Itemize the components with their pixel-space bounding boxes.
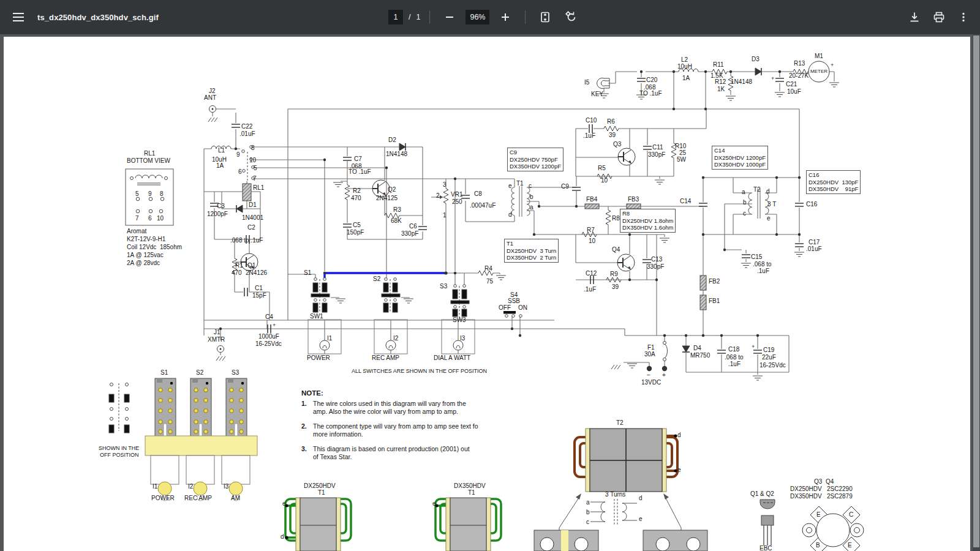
schematic-label: FB2 <box>709 279 720 285</box>
schematic-label: 10 <box>589 238 595 244</box>
schematic-label: RL1 <box>253 185 264 191</box>
schematic-label: C2 <box>247 225 255 231</box>
schematic-label: 16-25Vdc <box>760 362 786 369</box>
rotate-icon[interactable] <box>561 7 582 28</box>
schematic-label: REC AMP <box>372 355 399 361</box>
schematic-label: c <box>586 519 589 525</box>
schematic-label: L2 <box>681 57 688 63</box>
schematic-label: E <box>848 542 852 549</box>
schematic-label: I2 <box>188 484 193 490</box>
schematic-label: C12 <box>586 271 597 277</box>
schematic-label: I1 <box>327 335 332 342</box>
kebab-menu-icon[interactable] <box>953 7 974 28</box>
menu-icon[interactable] <box>8 7 29 28</box>
note-heading: NOTE: <box>301 389 514 397</box>
schematic-label: 2A @ 28vdc <box>127 260 160 266</box>
schematic-label: 1K <box>717 86 725 92</box>
schematic-label: 1200pF <box>207 211 228 217</box>
schematic-label: .1uF <box>584 287 596 293</box>
download-icon[interactable] <box>904 7 925 28</box>
schematic-label: 3 Turns <box>605 492 625 498</box>
schematic-label: .068 to <box>753 261 772 268</box>
schematic-label: e <box>677 467 681 473</box>
page-number-input[interactable]: 1 <box>388 10 403 24</box>
schematic-label: K2T-12V-9-H1 <box>127 236 165 242</box>
schematic-label: T1 <box>516 181 524 187</box>
schematic-label: R12 <box>715 79 726 85</box>
schematic-label: DIAL A WATT <box>434 355 470 361</box>
schematic-label: 8 <box>160 191 164 197</box>
schematic-label: 2N4126 <box>246 270 267 276</box>
schematic-label: 1000uF <box>258 334 279 340</box>
scrollbar[interactable] <box>973 34 980 551</box>
schematic-label: .068 to .1uF <box>230 238 263 244</box>
schematic-label: 470 <box>351 195 361 201</box>
zoom-out-icon[interactable] <box>439 7 460 28</box>
schematic-label: d <box>677 432 681 438</box>
switch-assembly <box>109 378 257 501</box>
schematic-label: C19 <box>763 347 774 353</box>
schematic-label: 2N4125 <box>376 195 398 201</box>
schematic-label: 39 <box>612 284 619 290</box>
schematic-label: ON <box>518 305 527 311</box>
schematic-label: 75 <box>486 279 493 285</box>
schematic-label: TO .1uF <box>349 169 371 175</box>
schematic-label: Q4 <box>612 247 620 253</box>
note-block: NOTE: 1.The wire colors used in this dia… <box>301 389 514 468</box>
schematic-label: .1uF <box>583 133 595 139</box>
schematic-label: 10uH <box>677 64 692 70</box>
schematic-label: T2 <box>616 420 624 426</box>
schematic-label: OFF POSITION <box>100 452 139 458</box>
schematic-label: D4 <box>693 345 701 351</box>
schematic-label: R3 <box>393 207 401 213</box>
schematic-label: 470 <box>232 270 242 276</box>
variant-info-box: T1 DX250HDV 3 Turn DX350HDV 2 Turn <box>504 239 559 263</box>
document-filename: ts_dx250hdv_dx350hdv_sch.gif <box>37 13 159 22</box>
note-item: 1.The wire colors used in this diagram w… <box>301 400 514 416</box>
schematic-label: a <box>530 204 533 211</box>
schematic-label: R11 <box>713 62 724 68</box>
schematic-label: 1A <box>682 75 690 81</box>
schematic-label: + <box>662 372 666 378</box>
zoom-in-icon[interactable] <box>495 7 516 28</box>
zoom-level[interactable]: 96% <box>466 10 489 24</box>
document-page[interactable]: NOTE: 1.The wire colors used in this dia… <box>4 37 970 551</box>
schematic-label: .01uF <box>806 246 822 252</box>
schematic-label: 330pF <box>401 231 418 237</box>
schematic-label: T1 <box>468 490 475 496</box>
note-item: 2.The component type will vary from amp … <box>301 422 514 438</box>
schematic-label: Q1 & Q2 <box>750 491 774 497</box>
schematic-label: C8 <box>474 191 482 197</box>
schematic-label: d <box>766 189 770 195</box>
schematic-label: C9 <box>561 184 569 190</box>
switch-symbols <box>308 278 475 354</box>
schematic-label: DX350HDV 2SC2879 <box>790 493 853 500</box>
schematic-label: C <box>849 512 853 518</box>
schematic-label: 5 <box>254 165 257 171</box>
schematic-label: Aromat <box>127 228 146 234</box>
schematic-label: 7 <box>135 216 139 222</box>
schematic-label: VR1 <box>451 192 462 198</box>
schematic-label: .00047uF <box>470 203 496 209</box>
schematic-label: S3 <box>440 283 447 290</box>
schematic-label: 13VDC <box>641 380 661 386</box>
schematic-label: 5 <box>135 191 139 197</box>
schematic-label: R10 <box>675 143 686 149</box>
schematic-label: + <box>771 76 774 81</box>
schematic-label: 6 <box>238 169 242 175</box>
schematic-label: METER <box>810 69 827 74</box>
schematic-label: Q1 <box>247 263 255 269</box>
schematic-label: .01uF <box>239 131 255 137</box>
schematic-label: 16-25Vdc <box>255 341 282 347</box>
print-icon[interactable] <box>929 7 949 28</box>
schematic-label: R9 <box>610 271 618 277</box>
schematic-label: Q3 <box>613 141 621 148</box>
fit-to-page-icon[interactable] <box>535 7 556 28</box>
schematic-label: R4 <box>484 266 492 272</box>
scrollbar-thumb[interactable] <box>973 36 979 547</box>
schematic-label: + <box>273 323 276 328</box>
schematic-label: .1uF <box>757 268 769 274</box>
schematic-label: b <box>586 509 590 515</box>
schematic-label: C16 <box>806 201 817 208</box>
schematic-label: I5 <box>584 80 589 86</box>
